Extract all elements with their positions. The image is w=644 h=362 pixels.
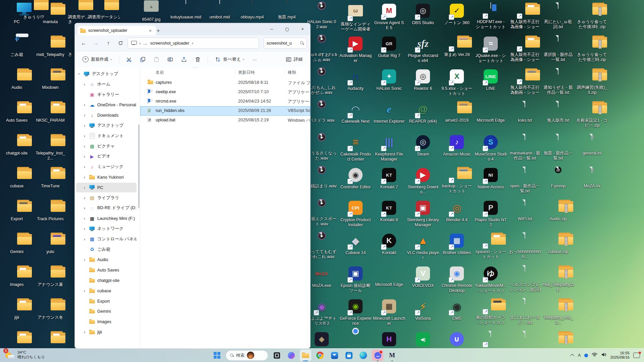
desktop-icon--[interactable]: 調査用データシンプ bbox=[88, 0, 120, 20]
desktop-icon-midi_Telepathy[interactable]: midi_Telepathy bbox=[34, 36, 66, 57]
desktop-icon-Cakewalk-Product-Center[interactable]: ≡↗Cakewalk Product Center bbox=[339, 134, 372, 162]
file-row-upload-bat[interactable]: ⚙upload.bat2025/08/15 2:19Windows バッ bbox=[140, 116, 310, 125]
desktop-icon-9-5-xlsx---[interactable]: X↗9.5.xlsx - ショートカット bbox=[441, 68, 473, 96]
desktop-icon-Crypton-Product-Installer[interactable]: CPI↗Crypton Product Installer bbox=[339, 200, 372, 228]
desktop-icon-Kontakt-8[interactable]: KT↗Kontakt 8 bbox=[373, 200, 405, 223]
chevron-right-icon[interactable]: › bbox=[82, 288, 87, 293]
cut-button[interactable] bbox=[123, 55, 135, 64]
chevron-right-icon[interactable]: › bbox=[82, 329, 87, 335]
desktop-icon-Keepforest-File-Manager[interactable]: |||↗Keepforest File Manager bbox=[373, 134, 405, 162]
desktop-icon-HALion-Sonic[interactable]: +↗HALion Sonic bbox=[373, 68, 405, 91]
address-path[interactable]: › … screenshot_uploader › bbox=[127, 38, 259, 49]
close-button[interactable]: × bbox=[295, 23, 310, 35]
chevron-right-icon[interactable]: › bbox=[82, 205, 87, 210]
sidebar-item-Export[interactable]: Export bbox=[76, 296, 137, 306]
column-type[interactable]: 種類 bbox=[288, 70, 296, 75]
desktop-icon--[interactable]: アナウンス冬 bbox=[34, 298, 66, 320]
desktop-icon-JQuake-exe---[interactable]: ≈↗JQuake.exe - ショートカット bbox=[475, 36, 507, 63]
desktop-icon-unnamed[interactable] bbox=[542, 331, 574, 348]
breadcrumb-current[interactable]: screenshot_uploader bbox=[150, 41, 189, 46]
desktop-icon-yuto[interactable]: yuto bbox=[34, 233, 66, 254]
chevron-right-icon[interactable]: › bbox=[82, 133, 87, 138]
m-app-button[interactable]: M bbox=[386, 350, 398, 361]
desktop-icon-unnamed[interactable] bbox=[339, 331, 372, 348]
desktop-icon-unnamed[interactable]: ∪ bbox=[441, 331, 473, 349]
sidebar-item--[interactable]: ›▤ライブラリ bbox=[76, 193, 137, 203]
sidebar-item-Gemini[interactable]: Gemini bbox=[76, 306, 137, 316]
sort-button[interactable]: 並べ替え › bbox=[212, 54, 247, 64]
desktop-icon-Reaktor-6[interactable]: ◎↗Reaktor 6 bbox=[407, 68, 439, 91]
desktop-icon-Kontakt-7[interactable]: KT↗Kontakt 7 bbox=[373, 167, 405, 190]
chevron-right-icon[interactable]: › bbox=[82, 144, 87, 149]
desktop-icon-Audacity[interactable]: ∩↗Audacity bbox=[339, 68, 372, 91]
sidebar-item-cubase[interactable]: ›cubase bbox=[76, 286, 137, 296]
desktop-icon-Epson-[interactable]: ▣↗Epson 接続診断ツール bbox=[339, 265, 372, 293]
sidebar-item--[interactable]: ♻ごみ箱 bbox=[76, 245, 137, 254]
desktop-icon--[interactable]: ♻ごみ箱 bbox=[1, 36, 33, 57]
desktop-icon-Brother-Utilities[interactable]: ▦↗Brother Utilities bbox=[441, 233, 473, 255]
desktop-icon-Microsoft-Edge[interactable]: Microsoft Edge bbox=[373, 265, 405, 287]
desktop-icon-VLC-media-player[interactable]: ▲↗VLC media player bbox=[407, 233, 439, 260]
desktop-icon-HDDFMT-exe---[interactable]: ↗HDDFMT.exe - ショートカット bbox=[475, 3, 507, 29]
share-button[interactable] bbox=[178, 55, 190, 64]
desktop-icon--[interactable]: ω↗孤独なインディーゲーム開発者の一生 ... bbox=[339, 3, 372, 32]
column-divider[interactable] bbox=[235, 69, 235, 75]
edge-button[interactable] bbox=[358, 350, 369, 361]
desktop-icon--_-txt[interactable]: 死にたい_ゅ歌詞.txt bbox=[542, 3, 574, 29]
sidebar-item-jijii[interactable]: ›jijii bbox=[76, 327, 137, 337]
desktop-icon-Chrome-Remote-Desktop[interactable]: ◉↗Chrome Remote Desktop bbox=[441, 265, 473, 293]
chevron-right-icon[interactable]: › bbox=[82, 237, 87, 242]
desktop-icon-Cakewalk-Next[interactable]: ◠↗Cakewalk Next bbox=[339, 101, 372, 124]
desktop-icon-VoiSona[interactable]: ⚡↗VoiSona bbox=[407, 298, 439, 321]
desktop-icon-WIFI-txt[interactable]: WIFI.txt bbox=[509, 200, 541, 222]
chevron-down-icon[interactable]: › bbox=[77, 72, 82, 76]
chevron-right-icon[interactable]: › bbox=[82, 175, 87, 180]
touch-keyboard-icon[interactable] bbox=[633, 353, 640, 358]
copilot-button[interactable] bbox=[285, 350, 297, 361]
search-box[interactable]: screenshot_u bbox=[264, 38, 307, 49]
start-button[interactable] bbox=[211, 350, 223, 361]
weather-widget[interactable]: 5 34°C 晴れのちくもり bbox=[5, 350, 45, 360]
sidebar-item-OneDrive---Personal[interactable]: ›☁OneDrive - Personal bbox=[76, 100, 137, 110]
chevron-right-icon[interactable]: › bbox=[82, 123, 87, 128]
desktop-icon--txt[interactable]: ヘルスコンプレッション＿歌詞.txt bbox=[509, 265, 541, 293]
desktop-icon-NKSC_PARAM[interactable]: NKSC_PARAM bbox=[34, 101, 66, 123]
chevron-right-icon[interactable]: › bbox=[82, 216, 87, 221]
desktop-icon-midi_Telepathy-zip[interactable]: midi_Telepathy.zip bbox=[542, 265, 574, 292]
desktop-icon-Telepathy_Inst_2-[interactable]: Telepathy_Inst_2... bbox=[34, 134, 66, 161]
sidebar-item--[interactable]: ›▶ビデオ bbox=[76, 152, 137, 161]
desktop-icon-Amazon-Music[interactable]: ♪↗Amazon Music bbox=[441, 134, 473, 157]
new-button[interactable]: + 新規作成 › bbox=[79, 54, 115, 64]
sidebar-item--[interactable]: ›デスクトップ bbox=[76, 69, 137, 79]
chevron-right-icon[interactable]: › bbox=[82, 226, 87, 231]
desktop-icon----txt[interactable]: 選択肢 - 親作品一覧.txt bbox=[542, 36, 574, 62]
task-view-button[interactable] bbox=[271, 350, 282, 361]
desktop-icon-Images[interactable]: Images bbox=[1, 265, 33, 287]
sidebar-item--[interactable]: ›ドキュメント bbox=[76, 131, 137, 141]
file-explorer-button[interactable] bbox=[300, 350, 311, 361]
desktop-icon--360[interactable]: ✓↗ノートン 360 bbox=[441, 3, 473, 25]
desktop-icon-Auto-Saves[interactable]: Auto Saves bbox=[1, 101, 33, 123]
chrome-button[interactable] bbox=[314, 350, 326, 361]
sidebar-item--[interactable]: ›デスクトップ bbox=[76, 121, 137, 130]
desktop-icon-Steinberg-Library-Manager[interactable]: ▣↗Steinberg Library Manager bbox=[407, 200, 439, 228]
desktop-icon-unnamed[interactable] bbox=[34, 331, 66, 348]
desktop-icon-Audio[interactable]: Audio bbox=[1, 68, 33, 90]
desktop-icon-Piapro-Studio-NT2[interactable]: P↗Piapro Studio NT2 bbox=[475, 200, 507, 228]
delete-button[interactable] bbox=[192, 55, 204, 64]
desktop-icon--hhhhhhhhhhh-[interactable]: おっhhhhhhhhhhh... bbox=[509, 233, 541, 259]
maximize-button[interactable]: ▢ bbox=[279, 23, 295, 35]
refresh-button[interactable] bbox=[115, 38, 126, 48]
sidebar-item-Kano-Yukinori[interactable]: ›Kano Yukinori bbox=[76, 172, 137, 182]
mail-button[interactable] bbox=[329, 350, 340, 361]
desktop-icon-obbayu-mp4[interactable]: obbayu.mp4 bbox=[236, 0, 268, 20]
desktop-icon-Microsoft-Edge[interactable]: Microsoft Edge bbox=[475, 101, 507, 123]
desktop-icon-kotuytuaaue-mid[interactable]: kotuytuaaue.mid bbox=[170, 0, 202, 20]
forward-button[interactable]: → bbox=[91, 38, 102, 48]
desktop-icon--txt[interactable]: まにまにわーるど！.txt bbox=[509, 298, 541, 325]
desktop-icon-Activation-Manager[interactable]: ▶↗Activation Manager bbox=[339, 36, 372, 63]
sidebar-item-Audio[interactable]: ›Audio bbox=[76, 255, 137, 264]
desktop-icon-Guitar-Rig-7[interactable]: GR↗Guitar Rig 7 bbox=[373, 36, 405, 58]
desktop-icon-F-ymmp[interactable]: ゆF.ymmp bbox=[542, 167, 574, 189]
file-row-captures[interactable]: captures2025/08/16 6:11ファイル フォルダ bbox=[140, 78, 310, 87]
